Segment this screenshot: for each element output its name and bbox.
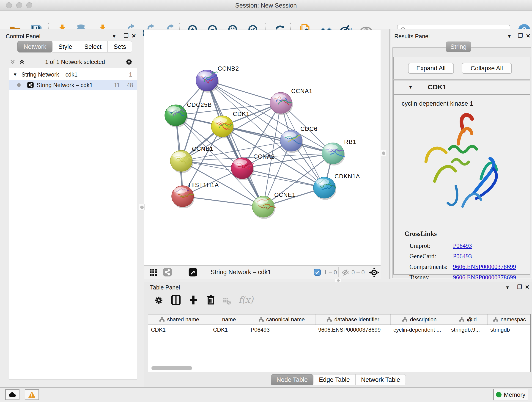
vertical-splitter-handle[interactable] (139, 204, 145, 211)
node-label-CCNB2: CCNB2 (218, 65, 239, 72)
table-cell[interactable]: stringdb (488, 325, 531, 335)
tab-sets[interactable]: Sets (108, 41, 132, 52)
gear-icon[interactable] (125, 58, 133, 66)
column-header-database-identifier[interactable]: database identifier (316, 314, 391, 325)
collapse-all-icon[interactable] (9, 58, 16, 65)
crosslink-value[interactable]: P06493 (453, 253, 472, 260)
vertical-splitter-handle[interactable] (381, 150, 386, 156)
expand-all-button[interactable]: Expand All (408, 63, 454, 74)
tab-network[interactable]: Network (17, 41, 52, 52)
selection-status: 1 of 1 Network selected (25, 59, 125, 65)
collapse-triangle-icon[interactable]: ▼ (13, 72, 17, 77)
table-cell[interactable]: CDK1 (148, 325, 210, 335)
table-cell[interactable]: cyclin-dependent ... (391, 325, 448, 335)
table-panel-close-icon[interactable]: ✕ (525, 284, 530, 290)
birdseye-view-icon[interactable] (188, 268, 197, 277)
tab-network-table[interactable]: Network Table (355, 374, 406, 385)
table-cell[interactable]: P06493 (248, 325, 316, 335)
crosslink-label: GeneCard: (409, 253, 453, 260)
tab-string[interactable]: String (446, 41, 471, 52)
control-panel-title: Control Panel (6, 33, 40, 40)
results-panel-title: Results Panel (394, 33, 430, 40)
column-header-shared-name[interactable]: shared name (148, 314, 210, 325)
control-panel-restore-icon[interactable]: ❒ (124, 32, 129, 39)
delete-column-icon[interactable] (206, 294, 216, 305)
node-label-CDK1: CDK1 (233, 110, 249, 117)
network-edge[interactable] (242, 168, 324, 188)
node-label-CCNA2: CCNA2 (253, 153, 275, 160)
warning-button[interactable] (25, 389, 39, 400)
network-badge-icon[interactable] (163, 268, 172, 277)
shared-column-icon (259, 317, 264, 322)
accordion-header[interactable]: ▼ CDK1 (394, 80, 530, 95)
network-edge-count: 48 (127, 82, 133, 89)
node-label-CDC25B: CDC25B (187, 101, 212, 108)
column-header-namespac[interactable]: namespac (488, 314, 531, 325)
table-panel-restore-icon[interactable]: ❒ (517, 284, 522, 290)
table-panel-float-icon[interactable]: ▾ (506, 284, 509, 291)
column-header-description[interactable]: description (391, 314, 448, 325)
control-panel: Control Panel ▾ ❒ ✕ Network Style Select… (0, 29, 135, 380)
network-label: String Network – cdk1 (37, 82, 93, 89)
column-header-name[interactable]: name (210, 314, 248, 325)
expand-collapse-box: Expand All Collapse All (393, 57, 530, 80)
column-header--id[interactable]: @id (448, 314, 488, 325)
hidden-eye-icon (342, 268, 350, 277)
selected-counter: 1 – 0 (324, 269, 337, 276)
protein-structure-image (405, 110, 501, 213)
collapse-all-button[interactable]: Collapse All (462, 63, 512, 74)
cloud-button[interactable] (5, 389, 19, 400)
crosslink-value[interactable]: P06493 (453, 242, 472, 249)
results-panel: Results Panel ▾ ❒ ✕ String Expand All Co… (391, 29, 532, 279)
control-panel-close-icon[interactable]: ✕ (132, 33, 136, 39)
table-cell[interactable]: stringdb:9... (448, 325, 488, 335)
cloud-icon (8, 392, 16, 397)
crosslink-label: Uniprot: (409, 242, 453, 249)
crosslinks-title: CrossLinks (404, 230, 437, 237)
table-cell[interactable]: CDK1 (210, 325, 248, 335)
tab-style[interactable]: Style (52, 41, 78, 52)
show-columns-icon[interactable] (171, 295, 181, 305)
results-panel-float-icon[interactable]: ▾ (508, 33, 511, 39)
node-label-RB1: RB1 (344, 138, 356, 145)
tab-select[interactable]: Select (78, 41, 108, 52)
grid-view-icon[interactable] (149, 268, 157, 276)
horizontal-scrollbar[interactable] (152, 366, 192, 370)
table-cell[interactable]: 9606.ENSP00000378699 (316, 325, 391, 335)
fit-content-crosshair-icon[interactable] (369, 268, 379, 278)
network-view-toolbar: String Network – cdk1 1 – 0 0 – 0 (144, 265, 380, 279)
delete-table-icon (222, 297, 231, 305)
control-panel-float-icon[interactable]: ▾ (113, 33, 115, 39)
section-collapse-icon[interactable]: ▼ (408, 84, 413, 90)
tab-node-table[interactable]: Node Table (271, 374, 313, 385)
expand-all-icon[interactable] (18, 58, 25, 65)
network-node-count: 11 (114, 82, 120, 89)
network-view-title: String Network – cdk1 (210, 269, 271, 276)
table-header-row: shared namenamecanonical namedatabase id… (148, 314, 530, 325)
network-canvas[interactable]: CCNB2CCNA1CDC25BCDK1CDC6RB1CCNB1CCNA2CDK… (144, 30, 380, 265)
node-label-CDC6: CDC6 (300, 125, 317, 132)
tab-edge-table[interactable]: Edge Table (313, 374, 355, 385)
selected-checkbox-icon[interactable] (314, 269, 321, 276)
crosslink-value[interactable]: 9606.ENSP00000378699 (453, 274, 516, 281)
memory-button[interactable]: Memory (493, 389, 528, 400)
results-panel-restore-icon[interactable]: ❒ (518, 32, 523, 39)
warning-icon (28, 391, 36, 398)
network-edge[interactable] (183, 196, 263, 207)
crosslink-value[interactable]: 9606.ENSP00000378699 (453, 263, 516, 270)
table-row[interactable]: CDK1CDK1P064939606.ENSP00000378699cyclin… (148, 325, 530, 335)
table-panel: Table Panel ▾ ❒ ✕ f(x) shared namenameca… (144, 282, 532, 388)
column-header-canonical-name[interactable]: canonical name (248, 314, 316, 325)
network-row[interactable]: String Network – cdk1 11 48 (9, 80, 137, 90)
window-title: Session: New Session (0, 2, 532, 9)
node-details-accordion: ▼ CDK1 cyclin-dependent kinase 1 CrossLi… (393, 80, 530, 274)
main-toolbar: ? (0, 11, 532, 29)
memory-label: Memory (504, 391, 525, 398)
add-column-icon[interactable] (188, 295, 199, 305)
gear-icon[interactable] (154, 295, 164, 305)
title-bar: Session: New Session (0, 0, 532, 11)
table-tabs: Node Table Edge Table Network Table (271, 374, 406, 385)
shared-column-icon (402, 317, 408, 322)
results-panel-close-icon[interactable]: ✕ (526, 33, 530, 39)
network-collection-row[interactable]: ▼ String Network – cdk1 1 (9, 69, 137, 80)
